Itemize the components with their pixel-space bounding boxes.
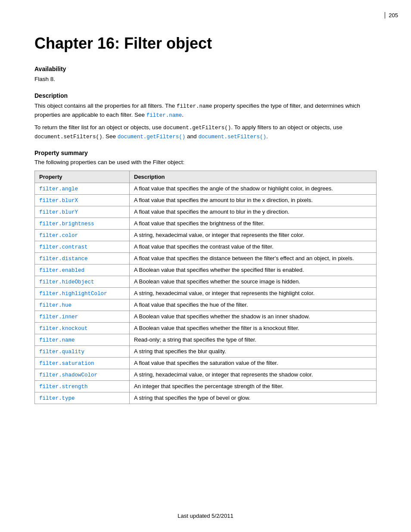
property-link[interactable]: filter.blurY — [39, 209, 78, 215]
description-heading: Description — [34, 92, 377, 99]
table-row: filter.innerA Boolean value that specifi… — [35, 311, 377, 323]
table-header-row: Property Description — [35, 171, 377, 183]
description-cell: A float value that specifies the brightn… — [130, 218, 377, 230]
page-footer: Last updated 5/2/2011 — [0, 513, 411, 519]
property-cell[interactable]: filter.hideObject — [35, 276, 130, 288]
property-summary-section: Property summary The following propertie… — [34, 149, 377, 404]
description-cell: A Boolean value that specifies whether t… — [130, 264, 377, 276]
property-cell[interactable]: filter.color — [35, 230, 130, 241]
property-cell[interactable]: filter.contrast — [35, 241, 130, 253]
property-link[interactable]: filter.hideObject — [39, 279, 94, 285]
set-filters-code: document.setFilters() — [34, 134, 103, 140]
property-link[interactable]: filter.blurX — [39, 198, 78, 204]
property-link[interactable]: filter.quality — [39, 349, 84, 355]
property-link[interactable]: filter.saturation — [39, 361, 94, 367]
availability-heading: Availability — [34, 65, 377, 72]
property-cell[interactable]: filter.strength — [35, 381, 130, 392]
property-cell[interactable]: filter.blurX — [35, 195, 130, 206]
property-cell[interactable]: filter.highlightColor — [35, 288, 130, 299]
table-row: filter.blurYA float value that specifies… — [35, 206, 377, 218]
description-cell: A float value that specifies the amount … — [130, 195, 377, 206]
property-link[interactable]: filter.brightness — [39, 221, 94, 227]
property-link[interactable]: filter.highlightColor — [39, 291, 107, 297]
description-cell: A float value that specifies the saturat… — [130, 358, 377, 369]
property-cell[interactable]: filter.shadowColor — [35, 369, 130, 381]
property-cell[interactable]: filter.knockout — [35, 323, 130, 334]
description-section: Description This object contains all the… — [34, 92, 377, 141]
table-row: filter.brightnessA float value that spec… — [35, 218, 377, 230]
description-cell: A Boolean value that specifies whether t… — [130, 276, 377, 288]
property-link[interactable]: filter.knockout — [39, 326, 88, 332]
property-cell[interactable]: filter.angle — [35, 183, 130, 195]
description-cell: A string, hexadecimal value, or integer … — [130, 288, 377, 299]
description-cell: A string that specifies the type of beve… — [130, 392, 377, 404]
table-row: filter.hideObjectA Boolean value that sp… — [35, 276, 377, 288]
description-cell: A string that specifies the blur quality… — [130, 346, 377, 358]
description-para2: To return the filter list for an object … — [34, 123, 377, 141]
table-row: filter.highlightColorA string, hexadecim… — [35, 288, 377, 299]
description-cell: A float value that specifies the amount … — [130, 206, 377, 218]
property-link[interactable]: filter.distance — [39, 256, 88, 262]
description-cell: A float value that specifies the contras… — [130, 241, 377, 253]
table-row: filter.knockoutA Boolean value that spec… — [35, 323, 377, 334]
table-row: filter.colorA string, hexadecimal value,… — [35, 230, 377, 241]
description-para1: This object contains all the properties … — [34, 102, 377, 120]
description-cell: Read-only; a string that specifies the t… — [130, 334, 377, 346]
property-cell[interactable]: filter.saturation — [35, 358, 130, 369]
description-cell: A Boolean value that specifies whether t… — [130, 323, 377, 334]
property-cell[interactable]: filter.brightness — [35, 218, 130, 230]
table-row: filter.blurXA float value that specifies… — [35, 195, 377, 206]
property-cell[interactable]: filter.distance — [35, 253, 130, 264]
get-filters-code: document.getFilters() — [163, 125, 231, 131]
description-cell: An integer that specifies the percentage… — [130, 381, 377, 392]
table-row: filter.contrastA float value that specif… — [35, 241, 377, 253]
property-link[interactable]: filter.name — [39, 337, 75, 343]
property-link[interactable]: filter.inner — [39, 314, 78, 320]
availability-text: Flash 8. — [34, 75, 377, 84]
page-number: 205 — [385, 12, 398, 19]
chapter-title: Chapter 16: Filter object — [34, 34, 377, 53]
property-link[interactable]: filter.angle — [39, 186, 78, 192]
filter-name-link1[interactable]: filter.name — [146, 112, 182, 118]
description-cell: A Boolean value that specifies whether t… — [130, 311, 377, 323]
property-cell[interactable]: filter.enabled — [35, 264, 130, 276]
table-row: filter.hueA float value that specifies t… — [35, 299, 377, 311]
table-row: filter.strengthAn integer that specifies… — [35, 381, 377, 392]
table-row: filter.typeA string that specifies the t… — [35, 392, 377, 404]
get-filters-link[interactable]: document.getFilters() — [118, 134, 186, 140]
table-row: filter.nameRead-only; a string that spec… — [35, 334, 377, 346]
table-row: filter.enabledA Boolean value that speci… — [35, 264, 377, 276]
description-cell: A string, hexadecimal value, or integer … — [130, 230, 377, 241]
property-summary-heading: Property summary — [34, 149, 377, 156]
property-cell[interactable]: filter.name — [35, 334, 130, 346]
description-cell: A float value that specifies the angle o… — [130, 183, 377, 195]
property-link[interactable]: filter.enabled — [39, 268, 84, 274]
table-row: filter.saturationA float value that spec… — [35, 358, 377, 369]
property-link[interactable]: filter.type — [39, 395, 75, 401]
property-link[interactable]: filter.color — [39, 233, 78, 239]
property-table: Property Description filter.angleA float… — [34, 171, 377, 404]
property-cell[interactable]: filter.quality — [35, 346, 130, 358]
property-cell[interactable]: filter.hue — [35, 299, 130, 311]
filter-name-code: filter.name — [177, 103, 212, 109]
col-description-header: Description — [130, 171, 377, 183]
property-link[interactable]: filter.shadowColor — [39, 372, 97, 378]
property-link[interactable]: filter.hue — [39, 302, 72, 308]
property-summary-intro: The following properties can be used wit… — [34, 159, 377, 165]
property-link[interactable]: filter.strength — [39, 384, 88, 390]
property-cell[interactable]: filter.blurY — [35, 206, 130, 218]
table-row: filter.shadowColorA string, hexadecimal … — [35, 369, 377, 381]
description-cell: A float value that specifies the distanc… — [130, 253, 377, 264]
set-filters-link[interactable]: document.setFilters() — [198, 134, 266, 140]
table-row: filter.angleA float value that specifies… — [35, 183, 377, 195]
description-cell: A string, hexadecimal value, or integer … — [130, 369, 377, 381]
availability-section: Availability Flash 8. — [34, 65, 377, 84]
property-cell[interactable]: filter.inner — [35, 311, 130, 323]
property-cell[interactable]: filter.type — [35, 392, 130, 404]
col-property-header: Property — [35, 171, 130, 183]
table-row: filter.qualityA string that specifies th… — [35, 346, 377, 358]
table-row: filter.distanceA float value that specif… — [35, 253, 377, 264]
description-cell: A float value that specifies the hue of … — [130, 299, 377, 311]
property-link[interactable]: filter.contrast — [39, 244, 88, 250]
